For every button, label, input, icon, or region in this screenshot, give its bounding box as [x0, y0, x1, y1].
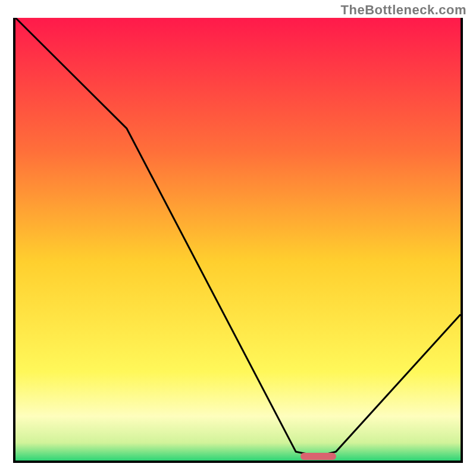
plot-area-border: [13, 18, 463, 463]
bottleneck-curve: [15, 18, 461, 456]
optimal-marker: [300, 453, 336, 460]
chart-frame: TheBottleneck.com: [0, 0, 476, 476]
plot-area: [15, 18, 461, 461]
watermark-text: TheBottleneck.com: [341, 2, 466, 18]
curve-layer: [15, 18, 461, 461]
